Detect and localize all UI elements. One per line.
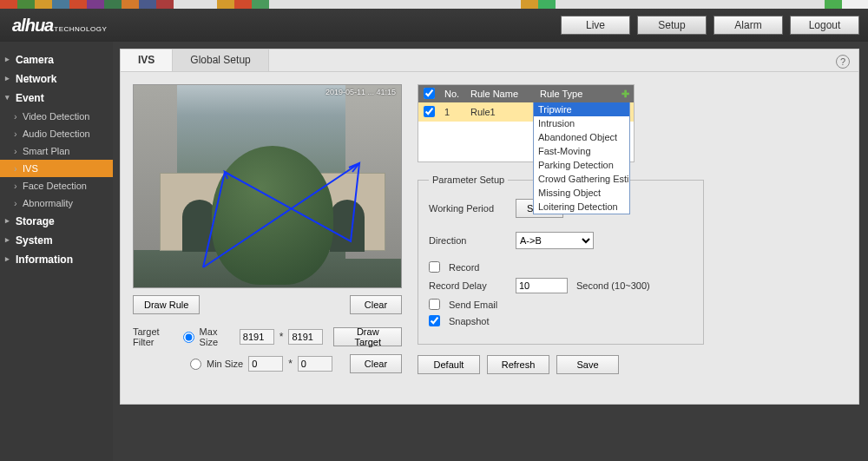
dropdown-option[interactable]: Loitering Detection (534, 200, 629, 214)
mult-sign: * (288, 358, 293, 370)
video-timestamp: 2019-05-11 ... 41:15 (326, 88, 396, 96)
default-button[interactable]: Default (418, 355, 480, 374)
sidebar-group-storage[interactable]: Storage (0, 212, 113, 231)
tab-bar: IVS Global Setup (121, 49, 858, 72)
rules-select-all[interactable] (424, 88, 435, 99)
mult-sign: * (279, 331, 284, 343)
sidebar-item-ivs[interactable]: IVS (0, 160, 113, 177)
min-size-h-input[interactable] (298, 356, 332, 372)
sidebar-group-camera[interactable]: Camera (0, 50, 113, 69)
record-delay-input[interactable] (516, 278, 568, 293)
nav-live[interactable]: Live (561, 16, 630, 35)
max-size-label: Max Size (200, 326, 234, 347)
main-panel: IVS Global Setup ? (120, 49, 859, 405)
snapshot-label: Snapshot (449, 316, 489, 326)
sidebar-item-abnormality[interactable]: Abnormality (0, 194, 113, 212)
col-rule-name: Rule Name (465, 89, 535, 99)
sidebar-group-network[interactable]: Network (0, 69, 113, 89)
tab-global-setup[interactable]: Global Setup (173, 49, 268, 71)
save-button[interactable]: Save (556, 355, 619, 374)
sidebar-item-face-detection[interactable]: Face Detection (0, 177, 113, 194)
max-size-w-input[interactable] (240, 329, 274, 345)
working-period-label: Working Period (429, 203, 507, 214)
nav-setup[interactable]: Setup (637, 16, 707, 35)
dropdown-option[interactable]: Crowd Gathering Estimation (534, 172, 629, 186)
refresh-button[interactable]: Refresh (487, 355, 549, 374)
rule-row-no: 1 (439, 107, 465, 117)
col-no: No. (439, 89, 465, 99)
min-size-w-input[interactable] (248, 356, 283, 372)
help-icon[interactable]: ? (836, 55, 850, 69)
min-size-radio[interactable] (190, 359, 201, 370)
parameter-setup-legend: Parameter Setup (429, 175, 508, 185)
sidebar-group-system[interactable]: System (0, 231, 113, 250)
sidebar-group-event[interactable]: Event (0, 89, 113, 108)
dropdown-option[interactable]: Missing Object (534, 186, 629, 200)
direction-label: Direction (429, 235, 507, 246)
dropdown-option[interactable]: Abandoned Object (534, 130, 629, 144)
record-label: Record (449, 262, 479, 273)
dropdown-option[interactable]: Fast-Moving (534, 144, 629, 158)
add-rule-icon[interactable]: ✚ (616, 89, 634, 100)
tab-ivs[interactable]: IVS (121, 49, 173, 71)
clear-rule-button[interactable]: Clear (350, 295, 402, 314)
draw-rule-button[interactable]: Draw Rule (133, 295, 200, 314)
max-size-h-input[interactable] (288, 329, 323, 345)
clear-target-button[interactable]: Clear (350, 354, 402, 373)
dropdown-option[interactable]: Intrusion (534, 116, 629, 130)
dropdown-option[interactable]: Tripwire (534, 102, 629, 116)
nav-alarm[interactable]: Alarm (713, 16, 783, 35)
sidebar: Camera Network Event Video Detection Aud… (0, 42, 113, 461)
sidebar-item-video-detection[interactable]: Video Detection (0, 108, 113, 125)
sidebar-item-audio-detection[interactable]: Audio Detection (0, 125, 113, 142)
dropdown-option[interactable]: Parking Detection (534, 158, 629, 172)
browser-tab-strip (0, 0, 868, 9)
max-size-radio[interactable] (183, 332, 194, 343)
tripwire-overlay (134, 85, 402, 288)
brand-sub: TECHNOLOGY (54, 25, 107, 33)
brand-logo: alhua TECHNOLOGY (12, 16, 107, 36)
send-email-checkbox[interactable] (429, 299, 440, 310)
video-preview[interactable]: 2019-05-11 ... 41:15 (133, 84, 402, 288)
sidebar-item-smart-plan[interactable]: Smart Plan (0, 142, 113, 160)
rule-row-checkbox[interactable] (424, 106, 435, 117)
rule-type-dropdown[interactable]: Tripwire Intrusion Abandoned Object Fast… (533, 102, 630, 214)
target-filter-label: Target Filter (133, 326, 178, 347)
draw-target-button[interactable]: Draw Target (333, 327, 402, 346)
record-delay-label: Record Delay (429, 280, 507, 291)
direction-select[interactable]: A->B (516, 232, 594, 249)
brand-name: alhua (12, 16, 53, 36)
app-header: alhua TECHNOLOGY Live Setup Alarm Logout (0, 9, 868, 42)
rule-row-name[interactable]: Rule1 (465, 107, 535, 117)
rules-header: No. Rule Name Rule Type ✚ (418, 85, 634, 102)
col-rule-type: Rule Type (535, 89, 616, 99)
nav-logout[interactable]: Logout (790, 16, 859, 35)
record-delay-hint: Second (10~300) (576, 280, 650, 291)
send-email-label: Send Email (449, 300, 497, 310)
snapshot-checkbox[interactable] (429, 315, 440, 326)
rules-table: No. Rule Name Rule Type ✚ 1 Rule1 Tripw (418, 84, 635, 162)
record-checkbox[interactable] (429, 261, 440, 273)
min-size-label: Min Size (207, 359, 243, 369)
sidebar-group-information[interactable]: Information (0, 250, 113, 269)
